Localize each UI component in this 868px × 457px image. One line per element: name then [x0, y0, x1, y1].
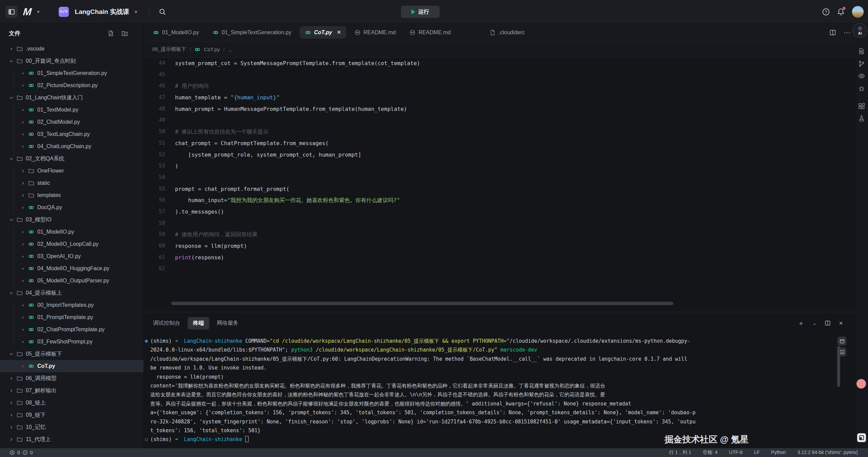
tree-item-folder[interactable]: 00_开篇词_奇点时刻	[0, 55, 143, 67]
code-line[interactable]: 58	[144, 218, 856, 229]
tree-item-file[interactable]: 02_ModelIO_LoopCall.py	[0, 238, 143, 250]
tree-item-folder[interactable]: 05_提示模板下	[0, 348, 143, 360]
tree-item-folder[interactable]: 02_文档QA系统	[0, 153, 143, 165]
tree-item-folder[interactable]: .vscode	[0, 43, 143, 55]
code-line[interactable]: 57).to_messages()	[144, 206, 856, 218]
tree-item-file[interactable]: 05_ModelIO_OutputParser.py	[0, 275, 143, 287]
tree-item-file[interactable]: 04_ChatLongChain.py	[0, 140, 143, 153]
chevron-down-icon[interactable]: ▾	[36, 9, 40, 15]
chevron-down-icon[interactable]	[7, 217, 15, 222]
code-line[interactable]: 52 [system_prompt_role, system_prompt_co…	[144, 149, 856, 161]
code-line[interactable]: 54	[144, 172, 856, 183]
status-item[interactable]: 3.12.2 64-bit ('shims': pyenv)	[797, 450, 858, 456]
tree-item-folder[interactable]: 08_链上	[0, 397, 143, 409]
breadcrumb-item[interactable]: CoT.py	[204, 46, 220, 52]
chevron-right-icon[interactable]	[7, 400, 15, 405]
test-flask-icon[interactable]	[858, 115, 865, 122]
chevron-down-icon[interactable]	[7, 95, 15, 100]
close-icon[interactable]: ×	[337, 29, 341, 36]
split-terminal-icon[interactable]	[825, 320, 831, 326]
search-files-icon[interactable]	[858, 47, 865, 55]
console-stack-button[interactable]	[837, 337, 846, 345]
code-line[interactable]: 62	[144, 263, 856, 275]
panel-tab[interactable]: 终端	[188, 317, 209, 330]
code-editor[interactable]: 44system_prompt_cot = SystemMessagePromp…	[144, 58, 856, 312]
chevron-down-icon[interactable]: ▾	[134, 9, 138, 15]
tree-item-folder[interactable]: 03_模型IO	[0, 214, 143, 226]
chevron-down-icon[interactable]	[7, 352, 15, 357]
tree-item-file[interactable]: DocQA.py	[0, 201, 143, 214]
search-icon[interactable]	[159, 8, 166, 16]
tree-item-file[interactable]: 03_TextLangChain.py	[0, 128, 143, 140]
tree-item-file[interactable]: 01_TextModel.py	[0, 104, 143, 116]
code-line[interactable]: 45	[144, 69, 856, 81]
extensions-icon[interactable]	[858, 102, 865, 110]
editor-tab[interactable]: README.md	[403, 24, 458, 41]
chevron-right-icon[interactable]	[7, 388, 15, 393]
editor-tab[interactable]: .cloudiderc	[483, 24, 532, 41]
tree-item-file[interactable]: 03_OpenAI_IO.py	[0, 250, 143, 262]
tree-item-folder[interactable]: 06_调用模型	[0, 372, 143, 384]
tree-item-file[interactable]: 01_PromptTemplate.py	[0, 311, 143, 323]
close-panel-icon[interactable]: ×	[839, 319, 843, 327]
tree-item-file[interactable]: 02_ChatModel.py	[0, 116, 143, 128]
chevron-right-icon[interactable]	[19, 193, 26, 198]
notifications-bell-icon[interactable]	[837, 8, 845, 16]
tree-item-file[interactable]: 02_PictureDescription.py	[0, 79, 143, 92]
tree-item-folder[interactable]: 07_解析输出	[0, 384, 143, 397]
tree-item-folder[interactable]: 09_链下	[0, 409, 143, 421]
tree-item-file[interactable]: 03_FewShotPrompt.py	[0, 336, 143, 348]
code-line[interactable]: 51chat_prompt = ChatPromptTemplate.from_…	[144, 138, 856, 149]
help-icon[interactable]: ?	[822, 8, 830, 16]
editor-tab[interactable]: CoT.py×	[300, 26, 346, 39]
user-avatar[interactable]	[852, 6, 864, 18]
terminal-dropdown-icon[interactable]: ⌄	[813, 320, 817, 326]
status-item[interactable]: Python	[771, 450, 786, 456]
layout-toggle-button[interactable]	[857, 433, 866, 442]
tree-item-folder[interactable]: 11_代理上	[0, 433, 143, 445]
code-line[interactable]: 49	[144, 115, 856, 126]
breadcrumb-item[interactable]: 05_提示模板下	[152, 46, 186, 53]
code-line[interactable]: 55prompt = chat_prompt.format_prompt(	[144, 183, 856, 195]
editor-tab[interactable]: 01_ModelIO.py	[146, 24, 206, 41]
marscode-logo[interactable]: M	[22, 6, 32, 18]
code-line[interactable]: 56 human_input="我想为我的女朋友购买一些花。她喜欢粉色和紫色。你…	[144, 195, 856, 206]
code-line[interactable]: 50# 将以上所有信息结合为一个聊天提示	[144, 126, 856, 138]
code-line[interactable]: 48human_prompt = HumanMessagePromptTempl…	[144, 103, 856, 115]
more-actions-icon[interactable]: ⋯	[844, 28, 851, 37]
chevron-right-icon[interactable]	[19, 168, 26, 174]
tree-item-folder[interactable]: OneFlower	[0, 165, 143, 177]
ai-assistant-button[interactable]: AI	[852, 23, 867, 38]
breadcrumb-item[interactable]: ...	[228, 46, 232, 52]
tree-item-file[interactable]: 02_ChatPromptTemplate.py	[0, 323, 143, 336]
code-line[interactable]: 59# 接收用户的询问，返回回答结果	[144, 229, 856, 240]
tree-item-folder[interactable]: 04_提示模板上	[0, 287, 143, 299]
tree-item-file[interactable]: 01_ModelIO.py	[0, 226, 143, 238]
tree-item-folder[interactable]: 01_LangChain快速入门	[0, 92, 143, 104]
tree-item-file[interactable]: 04_ModelIO_HuggingFace.py	[0, 262, 143, 275]
workspace-title[interactable]: LangChain 实战课	[74, 7, 129, 16]
code-line[interactable]: 47human_template = "{human_input}"	[144, 92, 856, 103]
problems-indicator[interactable]: 0 0	[0, 450, 33, 455]
status-item[interactable]: LF	[754, 450, 759, 456]
tree-item-file[interactable]: 01_SimpleTextGeneration.py	[0, 67, 143, 79]
sidebar-toggle-button[interactable]	[5, 6, 18, 18]
status-item[interactable]: 空格: 4	[703, 450, 718, 456]
status-item[interactable]: UTF-8	[729, 450, 742, 456]
debug-bug-icon[interactable]	[858, 85, 865, 92]
new-folder-icon[interactable]	[121, 30, 128, 37]
code-line[interactable]: 44system_prompt_cot = SystemMessagePromp…	[144, 58, 856, 69]
chevron-right-icon[interactable]	[7, 437, 15, 442]
code-line[interactable]: 53)	[144, 160, 856, 172]
chevron-right-icon[interactable]	[19, 181, 26, 186]
preview-eye-icon[interactable]	[858, 72, 865, 80]
new-terminal-icon[interactable]: ＋	[798, 319, 805, 328]
panel-tab[interactable]: 网络服务	[211, 317, 244, 330]
chevron-right-icon[interactable]	[7, 413, 15, 418]
tree-item-file[interactable]: 00_ImportTemplates.py	[0, 299, 143, 311]
chevron-right-icon[interactable]	[7, 46, 15, 52]
chevron-down-icon[interactable]	[7, 156, 15, 161]
editor-tab[interactable]: README.md	[348, 24, 403, 41]
status-item[interactable]: 行 1，列 1	[669, 450, 691, 456]
code-line[interactable]: 60response = llm(prompt)	[144, 240, 856, 252]
